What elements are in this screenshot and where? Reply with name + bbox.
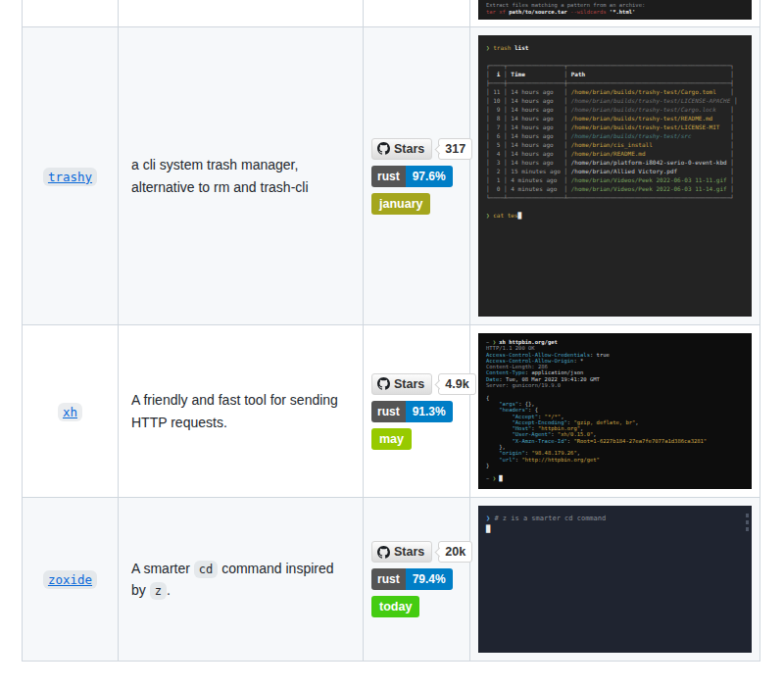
- stars-count: 317: [438, 138, 472, 160]
- github-stars-badge[interactable]: Stars 4.9k: [371, 373, 476, 395]
- repo-link[interactable]: xh: [58, 403, 82, 420]
- repo-link[interactable]: zoxide: [43, 570, 97, 588]
- language-name: rust: [371, 166, 406, 187]
- github-stars-badge[interactable]: Stars 317: [371, 138, 472, 160]
- language-percent: 91.3%: [406, 401, 453, 422]
- screenshot-cell: ❯ trash list ┌────┬────────────────┬────…: [470, 27, 760, 324]
- inline-code: z: [150, 582, 167, 600]
- description-text: A friendly and fast tool for sending HTT…: [131, 392, 338, 429]
- repo-link[interactable]: trashy: [43, 168, 97, 185]
- description-cell: [119, 0, 364, 26]
- stars-count: 4.9k: [438, 373, 475, 395]
- terminal-screenshot: ❯ trash list ┌────┬────────────────┬────…: [478, 35, 752, 317]
- repo-link-code: trashy: [43, 168, 97, 186]
- description-cell: a cli system trash manager, alternative …: [119, 27, 364, 324]
- repo-link-code: xh: [58, 403, 82, 421]
- repo-description: A smarter cd command inspired by z.: [131, 558, 350, 602]
- stars-label: Stars: [394, 142, 424, 156]
- badge-stack: Stars 317 rust97.6% january: [371, 138, 472, 215]
- badges-cell: Stars 20k rust79.4% today: [364, 498, 470, 661]
- badge-stack: Stars 4.9k rust91.3% may: [371, 373, 476, 450]
- month-badge: january: [371, 193, 430, 215]
- terminal-screenshot: ~ ❯ xh httpbin.org/getHTTP/1.1 200 OKAcc…: [478, 333, 752, 489]
- description-text: A smarter: [131, 561, 194, 576]
- table-row-partial: Extract files matching a pattern from an…: [23, 0, 760, 27]
- language-badge: rust79.4%: [371, 568, 453, 590]
- month-badge: today: [371, 596, 419, 617]
- stars-badge-left: Stars: [371, 373, 432, 395]
- stars-badge-left: Stars: [371, 541, 432, 563]
- description-text: .: [167, 582, 171, 598]
- language-name: rust: [371, 568, 406, 590]
- repo-description: A friendly and fast tool for sending HTT…: [131, 389, 350, 433]
- language-badge: rust97.6%: [371, 166, 453, 187]
- github-stars-badge[interactable]: Stars 20k: [371, 541, 472, 563]
- terminal-screenshot: ❯ # z is a smarter cd command█: [478, 506, 752, 653]
- description-cell: A smarter cd command inspired by z.: [119, 498, 364, 661]
- description-cell: A friendly and fast tool for sending HTT…: [119, 325, 364, 497]
- stars-label: Stars: [394, 545, 424, 559]
- month-badge: may: [371, 428, 412, 450]
- repo-name-cell: [23, 0, 119, 26]
- language-percent: 97.6%: [406, 166, 453, 187]
- stars-badge-left: Stars: [371, 138, 432, 160]
- language-percent: 79.4%: [406, 568, 453, 590]
- repo-name-cell: zoxide: [23, 498, 119, 661]
- github-icon: [377, 546, 390, 559]
- screenshot-cell: Extract files matching a pattern from an…: [470, 0, 760, 26]
- language-badge: rust91.3%: [371, 401, 453, 422]
- table-row: xh A friendly and fast tool for sending …: [23, 325, 760, 498]
- badges-cell: Stars 4.9k rust91.3% may: [364, 325, 470, 497]
- terminal-screenshot: Extract files matching a pattern from an…: [478, 0, 752, 20]
- screenshot-cell: ~ ❯ xh httpbin.org/getHTTP/1.1 200 OKAcc…: [470, 325, 760, 497]
- stars-count: 20k: [438, 541, 472, 563]
- repo-name-cell: trashy: [23, 27, 119, 324]
- badges-cell: [364, 0, 470, 26]
- table-row: trashy a cli system trash manager, alter…: [23, 27, 760, 325]
- stars-label: Stars: [394, 377, 424, 391]
- description-text: a cli system trash manager, alternative …: [131, 157, 309, 194]
- badge-stack: Stars 20k rust79.4% today: [371, 541, 472, 617]
- repo-name-cell: xh: [23, 325, 119, 497]
- repo-link-code: zoxide: [43, 570, 97, 589]
- github-icon: [377, 142, 390, 155]
- badges-cell: Stars 317 rust97.6% january: [364, 27, 470, 324]
- table-row: zoxide A smarter cd command inspired by …: [23, 498, 760, 662]
- inline-code: cd: [194, 561, 218, 578]
- repo-table: Extract files matching a pattern from an…: [22, 0, 760, 662]
- screenshot-cell: ❯ # z is a smarter cd command█: [470, 498, 760, 661]
- github-icon: [377, 377, 390, 390]
- language-name: rust: [371, 401, 406, 422]
- repo-description: a cli system trash manager, alternative …: [131, 154, 350, 198]
